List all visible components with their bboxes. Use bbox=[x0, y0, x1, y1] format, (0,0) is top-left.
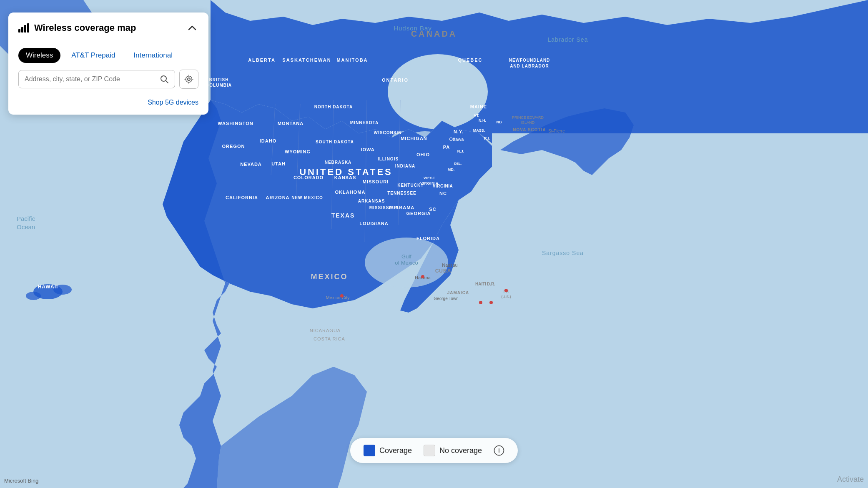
collapse-button[interactable] bbox=[186, 22, 198, 34]
shop-5g-link[interactable]: Shop 5G devices bbox=[148, 99, 198, 106]
panel-title-area: Wireless coverage map bbox=[18, 23, 136, 33]
svg-text:PRINCE EDWARD: PRINCE EDWARD bbox=[512, 115, 544, 120]
search-button[interactable] bbox=[160, 75, 169, 84]
svg-text:(U.S.): (U.S.) bbox=[501, 295, 511, 299]
svg-text:CALIFORNIA: CALIFORNIA bbox=[226, 195, 258, 200]
legend-info-button[interactable]: i bbox=[494, 445, 504, 456]
svg-point-109 bbox=[186, 76, 192, 83]
svg-text:SOUTH DAKOTA: SOUTH DAKOTA bbox=[316, 140, 354, 144]
svg-text:NC: NC bbox=[439, 191, 447, 196]
svg-text:SASKATCHEWAN: SASKATCHEWAN bbox=[282, 58, 331, 63]
svg-text:George Town: George Town bbox=[434, 296, 458, 301]
search-area bbox=[8, 70, 208, 95]
svg-text:OHIO: OHIO bbox=[416, 152, 430, 157]
svg-text:MAINE: MAINE bbox=[470, 104, 487, 109]
svg-point-103 bbox=[479, 301, 482, 304]
svg-text:R.I.: R.I. bbox=[484, 136, 490, 140]
tabs-area: Wireless AT&T Prepaid International bbox=[8, 41, 208, 70]
svg-text:NEW MEXICO: NEW MEXICO bbox=[291, 195, 323, 200]
svg-text:NB: NB bbox=[497, 120, 502, 124]
signal-bar-2 bbox=[21, 27, 23, 33]
svg-text:MONTANA: MONTANA bbox=[278, 121, 304, 126]
svg-text:NOVA SCOTIA: NOVA SCOTIA bbox=[513, 128, 546, 132]
svg-text:MANITOBA: MANITOBA bbox=[336, 58, 368, 63]
svg-text:COLORADO: COLORADO bbox=[294, 175, 324, 180]
svg-text:ILLINOIS: ILLINOIS bbox=[378, 157, 399, 161]
svg-text:N.H.: N.H. bbox=[479, 118, 486, 123]
chevron-up-icon bbox=[188, 23, 197, 33]
svg-text:VT.: VT. bbox=[474, 113, 479, 118]
svg-text:MINNESOTA: MINNESOTA bbox=[350, 120, 379, 125]
svg-text:NEVADA: NEVADA bbox=[240, 162, 262, 167]
svg-text:ARKANSAS: ARKANSAS bbox=[358, 199, 385, 203]
svg-line-107 bbox=[166, 81, 168, 83]
svg-text:OKLAHOMA: OKLAHOMA bbox=[335, 190, 366, 195]
tab-international[interactable]: International bbox=[126, 48, 180, 63]
bing-watermark: Microsoft Bing bbox=[4, 478, 38, 484]
svg-text:FLORIDA: FLORIDA bbox=[416, 236, 440, 241]
tab-wireless[interactable]: Wireless bbox=[18, 48, 60, 63]
svg-point-1 bbox=[388, 54, 488, 129]
svg-text:IDAHO: IDAHO bbox=[260, 138, 276, 143]
activate-watermark: Activate bbox=[837, 475, 864, 484]
svg-text:KANSAS: KANSAS bbox=[334, 175, 356, 180]
tab-att-prepaid[interactable]: AT&T Prepaid bbox=[64, 48, 123, 63]
svg-point-108 bbox=[188, 78, 190, 80]
svg-text:of Mexico: of Mexico bbox=[395, 260, 418, 266]
legend: Coverage No coverage i bbox=[350, 438, 518, 463]
svg-text:HAITI: HAITI bbox=[475, 282, 486, 286]
svg-text:N.Y.: N.Y. bbox=[454, 129, 464, 134]
coverage-swatch bbox=[364, 445, 375, 456]
svg-text:IOWA: IOWA bbox=[361, 147, 374, 152]
no-coverage-swatch bbox=[424, 445, 435, 456]
svg-text:HAWAII: HAWAII bbox=[38, 284, 58, 290]
panel-title: Wireless coverage map bbox=[34, 23, 136, 33]
svg-text:BRITISH: BRITISH bbox=[209, 78, 229, 82]
svg-text:QUEBEC: QUEBEC bbox=[458, 58, 482, 63]
svg-text:NORTH DAKOTA: NORTH DAKOTA bbox=[314, 105, 353, 109]
svg-text:MISSISSIPPI: MISSISSIPPI bbox=[369, 205, 399, 210]
svg-text:Pacific: Pacific bbox=[17, 215, 35, 222]
svg-text:TEXAS: TEXAS bbox=[331, 212, 355, 219]
svg-text:CUBA: CUBA bbox=[435, 268, 452, 274]
svg-point-102 bbox=[421, 275, 424, 278]
svg-point-104 bbox=[489, 301, 493, 304]
svg-text:Sargasso Sea: Sargasso Sea bbox=[542, 250, 584, 256]
svg-text:St-Pierre: St-Pierre bbox=[548, 129, 565, 133]
legend-coverage-item: Coverage bbox=[364, 445, 412, 456]
shop-link-area: Shop 5G devices bbox=[8, 95, 208, 115]
panel-header: Wireless coverage map bbox=[8, 13, 208, 41]
svg-text:WASHINGTON: WASHINGTON bbox=[218, 121, 253, 126]
search-input[interactable] bbox=[25, 75, 156, 83]
svg-text:MICHIGAN: MICHIGAN bbox=[401, 136, 427, 141]
svg-text:VIRGINIA: VIRGINIA bbox=[433, 184, 453, 188]
signal-bar-4 bbox=[27, 23, 29, 33]
svg-text:MISSOURI: MISSOURI bbox=[363, 179, 389, 184]
location-icon bbox=[184, 75, 193, 84]
location-button[interactable] bbox=[179, 70, 198, 89]
svg-text:AND LABRADOR: AND LABRADOR bbox=[510, 64, 549, 68]
svg-text:INDIANA: INDIANA bbox=[395, 164, 416, 168]
svg-point-105 bbox=[504, 289, 508, 292]
svg-text:Nassau: Nassau bbox=[442, 263, 457, 268]
no-coverage-label: No coverage bbox=[439, 446, 482, 455]
svg-text:MD.: MD. bbox=[448, 168, 455, 172]
svg-text:WISCONSIN: WISCONSIN bbox=[374, 130, 402, 135]
search-icon bbox=[160, 75, 169, 84]
svg-text:Labrador Sea: Labrador Sea bbox=[548, 36, 588, 43]
svg-text:NEWFOUNDLAND: NEWFOUNDLAND bbox=[509, 58, 550, 63]
svg-text:Gulf: Gulf bbox=[401, 253, 411, 260]
svg-text:COSTA RICA: COSTA RICA bbox=[314, 336, 345, 341]
svg-text:D.R.: D.R. bbox=[487, 282, 495, 286]
svg-text:MEXICO: MEXICO bbox=[311, 273, 348, 281]
signal-icon bbox=[18, 23, 29, 33]
svg-text:ARIZONA: ARIZONA bbox=[266, 195, 289, 200]
svg-text:Ottawa: Ottawa bbox=[449, 137, 464, 142]
svg-text:KENTUCKY: KENTUCKY bbox=[397, 183, 424, 188]
svg-text:Mexico City: Mexico City bbox=[326, 295, 350, 300]
svg-text:LOUISIANA: LOUISIANA bbox=[359, 221, 389, 226]
svg-point-101 bbox=[340, 294, 344, 298]
svg-text:WYOMING: WYOMING bbox=[285, 149, 311, 154]
legend-no-coverage-item: No coverage bbox=[424, 445, 482, 456]
svg-text:Ocean: Ocean bbox=[17, 223, 35, 230]
